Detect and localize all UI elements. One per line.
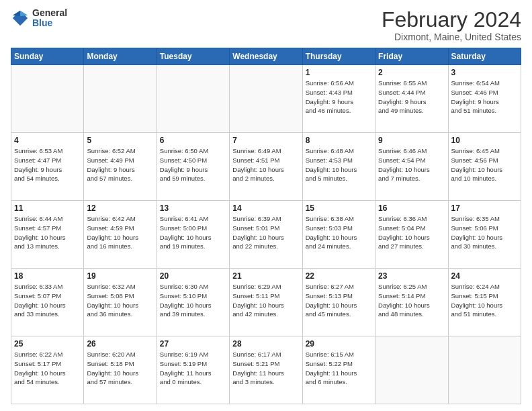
calendar-cell: 23Sunrise: 6:25 AM Sunset: 5:14 PM Dayli…: [375, 269, 448, 336]
calendar-cell: 7Sunrise: 6:49 AM Sunset: 4:51 PM Daylig…: [230, 133, 302, 201]
main-title: February 2024: [382, 8, 521, 32]
calendar-week-row: 11Sunrise: 6:44 AM Sunset: 4:57 PM Dayli…: [11, 201, 521, 269]
calendar-cell: 1Sunrise: 6:56 AM Sunset: 4:43 PM Daylig…: [302, 65, 375, 133]
day-number: 29: [306, 339, 372, 349]
day-number: 13: [160, 203, 226, 213]
calendar-cell: [157, 65, 229, 133]
day-number: 3: [451, 68, 518, 77]
logo-text: General Blue: [32, 8, 67, 29]
calendar-cell: [230, 65, 302, 133]
calendar-cell: 26Sunrise: 6:20 AM Sunset: 5:18 PM Dayli…: [84, 336, 157, 404]
calendar-cell: 28Sunrise: 6:17 AM Sunset: 5:21 PM Dayli…: [230, 336, 302, 404]
subtitle: Dixmont, Maine, United States: [382, 32, 521, 42]
calendar-cell: 27Sunrise: 6:19 AM Sunset: 5:19 PM Dayli…: [157, 336, 229, 404]
calendar-cell: 4Sunrise: 6:53 AM Sunset: 4:47 PM Daylig…: [11, 133, 84, 201]
calendar-cell: 14Sunrise: 6:39 AM Sunset: 5:01 PM Dayli…: [230, 201, 302, 269]
header-row: SundayMondayTuesdayWednesdayThursdayFrid…: [11, 48, 521, 65]
calendar-cell: 2Sunrise: 6:55 AM Sunset: 4:44 PM Daylig…: [375, 65, 448, 133]
day-info: Sunrise: 6:53 AM Sunset: 4:47 PM Dayligh…: [14, 146, 81, 183]
day-number: 15: [306, 203, 372, 213]
calendar-week-row: 1Sunrise: 6:56 AM Sunset: 4:43 PM Daylig…: [11, 65, 521, 133]
day-info: Sunrise: 6:20 AM Sunset: 5:18 PM Dayligh…: [87, 350, 153, 387]
svg-marker-1: [20, 11, 28, 16]
day-info: Sunrise: 6:39 AM Sunset: 5:01 PM Dayligh…: [232, 214, 299, 251]
calendar-week-row: 18Sunrise: 6:33 AM Sunset: 5:07 PM Dayli…: [11, 269, 521, 336]
day-info: Sunrise: 6:29 AM Sunset: 5:11 PM Dayligh…: [232, 282, 299, 319]
calendar-cell: 3Sunrise: 6:54 AM Sunset: 4:46 PM Daylig…: [448, 65, 521, 133]
day-info: Sunrise: 6:38 AM Sunset: 5:03 PM Dayligh…: [306, 214, 372, 251]
day-number: 2: [378, 68, 445, 77]
day-number: 1: [306, 68, 372, 77]
day-info: Sunrise: 6:30 AM Sunset: 5:10 PM Dayligh…: [160, 282, 226, 319]
logo-general-text: General: [32, 8, 67, 18]
calendar-header: SundayMondayTuesdayWednesdayThursdayFrid…: [11, 48, 521, 65]
day-info: Sunrise: 6:49 AM Sunset: 4:51 PM Dayligh…: [232, 146, 299, 183]
day-number: 22: [306, 271, 372, 281]
day-number: 9: [378, 136, 445, 145]
day-number: 20: [160, 271, 226, 281]
day-info: Sunrise: 6:36 AM Sunset: 5:04 PM Dayligh…: [378, 214, 445, 251]
calendar-cell: [84, 65, 157, 133]
day-number: 17: [451, 203, 518, 213]
day-info: Sunrise: 6:22 AM Sunset: 5:17 PM Dayligh…: [14, 350, 81, 387]
calendar-week-row: 25Sunrise: 6:22 AM Sunset: 5:17 PM Dayli…: [11, 336, 521, 404]
day-number: 23: [378, 271, 445, 281]
calendar-cell: 24Sunrise: 6:24 AM Sunset: 5:15 PM Dayli…: [448, 269, 521, 336]
calendar-cell: 10Sunrise: 6:45 AM Sunset: 4:56 PM Dayli…: [448, 133, 521, 201]
weekday-header: Tuesday: [157, 48, 229, 65]
calendar-cell: [448, 336, 521, 404]
day-number: 21: [232, 271, 299, 281]
day-info: Sunrise: 6:50 AM Sunset: 4:50 PM Dayligh…: [160, 146, 226, 183]
day-number: 4: [14, 136, 81, 145]
day-number: 5: [87, 136, 153, 145]
calendar-week-row: 4Sunrise: 6:53 AM Sunset: 4:47 PM Daylig…: [11, 133, 521, 201]
calendar-table: SundayMondayTuesdayWednesdayThursdayFrid…: [11, 48, 521, 404]
calendar-cell: 22Sunrise: 6:27 AM Sunset: 5:13 PM Dayli…: [302, 269, 375, 336]
weekday-header: Sunday: [11, 48, 84, 65]
calendar-cell: 21Sunrise: 6:29 AM Sunset: 5:11 PM Dayli…: [230, 269, 302, 336]
day-info: Sunrise: 6:55 AM Sunset: 4:44 PM Dayligh…: [378, 79, 445, 116]
calendar-cell: 20Sunrise: 6:30 AM Sunset: 5:10 PM Dayli…: [157, 269, 229, 336]
day-info: Sunrise: 6:33 AM Sunset: 5:07 PM Dayligh…: [14, 282, 81, 319]
weekday-header: Saturday: [448, 48, 521, 65]
page: General Blue February 2024 Dixmont, Main…: [0, 0, 532, 411]
calendar-cell: 5Sunrise: 6:52 AM Sunset: 4:49 PM Daylig…: [84, 133, 157, 201]
calendar-cell: [375, 336, 448, 404]
weekday-header: Wednesday: [230, 48, 302, 65]
day-info: Sunrise: 6:25 AM Sunset: 5:14 PM Dayligh…: [378, 282, 445, 319]
day-number: 12: [87, 203, 153, 213]
calendar-cell: 8Sunrise: 6:48 AM Sunset: 4:53 PM Daylig…: [302, 133, 375, 201]
day-number: 11: [14, 203, 81, 213]
calendar-cell: 16Sunrise: 6:36 AM Sunset: 5:04 PM Dayli…: [375, 201, 448, 269]
day-info: Sunrise: 6:54 AM Sunset: 4:46 PM Dayligh…: [451, 79, 518, 116]
day-number: 19: [87, 271, 153, 281]
calendar-cell: 25Sunrise: 6:22 AM Sunset: 5:17 PM Dayli…: [11, 336, 84, 404]
day-info: Sunrise: 6:46 AM Sunset: 4:54 PM Dayligh…: [378, 146, 445, 183]
calendar-body: 1Sunrise: 6:56 AM Sunset: 4:43 PM Daylig…: [11, 65, 521, 404]
day-number: 7: [232, 136, 299, 145]
day-number: 18: [14, 271, 81, 281]
logo: General Blue: [11, 8, 67, 29]
svg-marker-2: [13, 11, 20, 16]
day-info: Sunrise: 6:24 AM Sunset: 5:15 PM Dayligh…: [451, 282, 518, 319]
calendar-cell: 19Sunrise: 6:32 AM Sunset: 5:08 PM Dayli…: [84, 269, 157, 336]
day-info: Sunrise: 6:56 AM Sunset: 4:43 PM Dayligh…: [306, 79, 372, 116]
day-number: 10: [451, 136, 518, 145]
logo-icon: [11, 9, 30, 28]
calendar-cell: 12Sunrise: 6:42 AM Sunset: 4:59 PM Dayli…: [84, 201, 157, 269]
day-info: Sunrise: 6:48 AM Sunset: 4:53 PM Dayligh…: [306, 146, 372, 183]
day-number: 25: [14, 339, 81, 349]
day-info: Sunrise: 6:52 AM Sunset: 4:49 PM Dayligh…: [87, 146, 153, 183]
day-number: 16: [378, 203, 445, 213]
title-block: February 2024 Dixmont, Maine, United Sta…: [382, 8, 521, 42]
calendar-cell: 18Sunrise: 6:33 AM Sunset: 5:07 PM Dayli…: [11, 269, 84, 336]
day-info: Sunrise: 6:32 AM Sunset: 5:08 PM Dayligh…: [87, 282, 153, 319]
calendar-cell: 9Sunrise: 6:46 AM Sunset: 4:54 PM Daylig…: [375, 133, 448, 201]
day-info: Sunrise: 6:35 AM Sunset: 5:06 PM Dayligh…: [451, 214, 518, 251]
calendar-cell: 11Sunrise: 6:44 AM Sunset: 4:57 PM Dayli…: [11, 201, 84, 269]
logo-blue-text: Blue: [32, 18, 67, 28]
day-info: Sunrise: 6:15 AM Sunset: 5:22 PM Dayligh…: [306, 350, 372, 387]
day-number: 8: [306, 136, 372, 145]
day-info: Sunrise: 6:45 AM Sunset: 4:56 PM Dayligh…: [451, 146, 518, 183]
calendar-cell: 15Sunrise: 6:38 AM Sunset: 5:03 PM Dayli…: [302, 201, 375, 269]
